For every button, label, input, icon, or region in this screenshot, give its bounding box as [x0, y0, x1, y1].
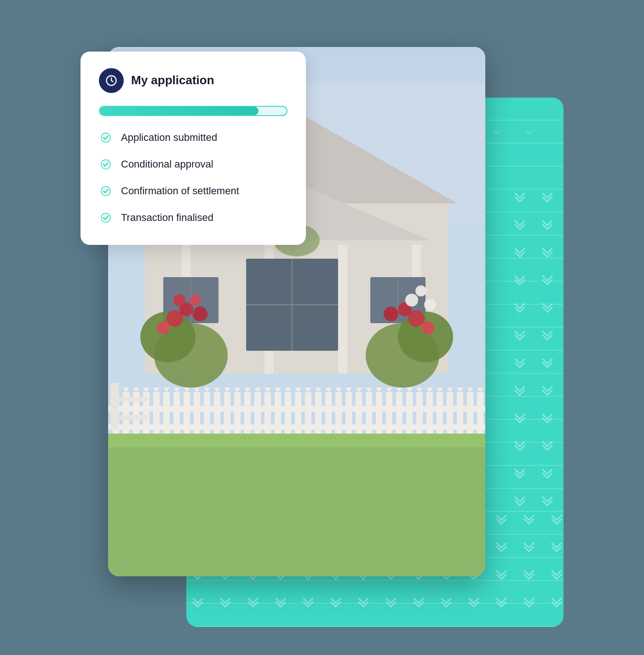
- svg-marker-119: [447, 388, 453, 392]
- svg-marker-99: [244, 388, 251, 392]
- svg-rect-53: [153, 392, 160, 434]
- svg-rect-55: [173, 392, 180, 434]
- svg-rect-62: [244, 392, 251, 434]
- svg-marker-111: [366, 388, 372, 392]
- check-icon-1: [99, 131, 113, 145]
- svg-marker-87: [123, 388, 129, 392]
- svg-marker-112: [376, 388, 382, 392]
- svg-rect-57: [194, 392, 200, 434]
- svg-point-33: [157, 321, 170, 334]
- svg-marker-88: [133, 388, 139, 392]
- svg-rect-66: [285, 392, 291, 434]
- step-label-2: Conditional approval: [121, 158, 213, 170]
- svg-point-44: [424, 299, 436, 311]
- scene-wrapper: Y ⌃ ⌄ ⌄ ⌄ ⌄ ⌄ ⌄ ⌄ ⌄ ⌄ ⌄ ⌄: [80, 29, 564, 627]
- svg-rect-68: [305, 392, 311, 434]
- check-icon-2: [99, 157, 113, 171]
- svg-rect-72: [345, 392, 352, 434]
- svg-rect-80: [426, 392, 433, 434]
- svg-rect-56: [184, 392, 190, 434]
- svg-rect-64: [264, 392, 271, 434]
- svg-point-45: [415, 285, 426, 296]
- svg-rect-126: [110, 383, 119, 429]
- svg-rect-65: [275, 392, 281, 434]
- svg-marker-104: [295, 388, 301, 392]
- svg-rect-19: [338, 245, 347, 374]
- svg-rect-58: [204, 392, 210, 434]
- svg-marker-108: [335, 388, 342, 392]
- progress-fill: [100, 107, 259, 115]
- svg-point-43: [405, 294, 418, 307]
- svg-point-34: [193, 307, 207, 321]
- steps-list: Application submitted Conditional approv…: [99, 131, 288, 225]
- card-header: My application: [99, 68, 288, 93]
- svg-marker-90: [153, 388, 160, 392]
- svg-rect-60: [224, 392, 230, 434]
- svg-rect-79: [416, 392, 423, 434]
- svg-marker-105: [305, 388, 311, 392]
- check-icon-3: [99, 184, 113, 198]
- svg-rect-74: [366, 392, 372, 434]
- svg-marker-100: [254, 388, 261, 392]
- svg-rect-83: [457, 392, 463, 434]
- svg-rect-73: [356, 392, 362, 434]
- step-transaction-finalised: Transaction finalised: [99, 211, 288, 225]
- progress-bar-container: [99, 106, 288, 116]
- svg-point-36: [190, 295, 201, 306]
- svg-marker-107: [325, 388, 332, 392]
- progress-track: [99, 106, 288, 116]
- svg-rect-128: [110, 415, 147, 420]
- svg-marker-95: [204, 388, 210, 392]
- svg-point-38: [398, 312, 453, 362]
- svg-marker-92: [173, 388, 180, 392]
- svg-rect-124: [108, 434, 485, 576]
- svg-marker-91: [163, 388, 170, 392]
- application-card: My application Application submitted: [80, 52, 306, 245]
- svg-point-35: [173, 294, 185, 306]
- svg-rect-67: [295, 392, 301, 434]
- svg-marker-113: [386, 388, 392, 392]
- svg-rect-82: [447, 392, 453, 434]
- svg-marker-118: [437, 388, 443, 392]
- svg-rect-70: [325, 392, 332, 434]
- step-confirmation-settlement: Confirmation of settlement: [99, 184, 288, 198]
- svg-marker-122: [477, 388, 483, 392]
- svg-marker-97: [224, 388, 230, 392]
- svg-marker-114: [396, 388, 402, 392]
- svg-rect-71: [335, 392, 342, 434]
- svg-marker-94: [194, 388, 200, 392]
- clock-icon: [99, 68, 124, 93]
- svg-marker-93: [184, 388, 190, 392]
- svg-rect-54: [163, 392, 170, 434]
- svg-rect-69: [315, 392, 322, 434]
- svg-marker-103: [285, 388, 291, 392]
- svg-marker-106: [315, 388, 322, 392]
- svg-point-41: [421, 321, 434, 334]
- svg-rect-75: [376, 392, 382, 434]
- svg-marker-89: [143, 388, 150, 392]
- step-label-3: Confirmation of settlement: [121, 185, 239, 197]
- svg-marker-98: [234, 388, 241, 392]
- svg-marker-96: [214, 388, 220, 392]
- svg-marker-117: [426, 388, 433, 392]
- svg-marker-101: [264, 388, 271, 392]
- svg-rect-127: [110, 397, 147, 401]
- svg-point-42: [384, 307, 398, 321]
- check-icon-4: [99, 211, 113, 225]
- svg-rect-59: [214, 392, 220, 434]
- svg-marker-109: [345, 388, 352, 392]
- step-label-4: Transaction finalised: [121, 212, 213, 224]
- svg-rect-81: [437, 392, 443, 434]
- svg-marker-115: [406, 388, 413, 392]
- svg-marker-120: [457, 388, 463, 392]
- svg-rect-61: [234, 392, 241, 434]
- svg-rect-76: [386, 392, 392, 434]
- svg-rect-85: [477, 392, 483, 434]
- step-label-1: Application submitted: [121, 132, 217, 144]
- svg-rect-78: [406, 392, 413, 434]
- svg-rect-84: [467, 392, 473, 434]
- svg-marker-116: [416, 388, 423, 392]
- card-title: My application: [131, 73, 214, 87]
- svg-marker-102: [275, 388, 281, 392]
- svg-rect-63: [254, 392, 261, 434]
